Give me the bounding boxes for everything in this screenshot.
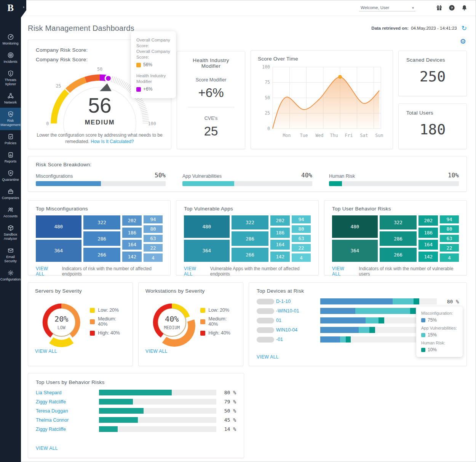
treemap-cell[interactable]: 4 [144, 253, 163, 262]
treemap-cell[interactable]: 266 [380, 248, 417, 262]
treemap-cell[interactable]: 266 [232, 248, 269, 262]
sidebar-nav: Monitoring Incidents Threats Xplorer Net… [0, 30, 21, 285]
behavior-risk-bar [99, 417, 216, 423]
user-name-link[interactable]: Lia Shepard [36, 390, 99, 395]
treemap-cell[interactable]: 286 [232, 231, 269, 246]
user-menu-dropdown[interactable]: Welcome, User ▾ [359, 4, 415, 11]
sidebar-item-sandbox-analyzer[interactable]: Sandbox Analyzer [0, 221, 21, 244]
view-all-link[interactable]: VIEW ALL [36, 446, 58, 451]
treemap-cell[interactable]: 63 [144, 235, 163, 242]
treemap-cell[interactable]: 22 [440, 244, 459, 252]
user-name-link[interactable]: Teresa Duggan [36, 408, 99, 414]
severity-legend: Low: 20%Medium: 40%High: 40% [90, 307, 126, 336]
sidebar-item-quarantine[interactable]: Quarantine [0, 167, 21, 185]
sidebar-item-label: Configuration [0, 277, 21, 282]
target-icon [7, 52, 14, 59]
bell-icon[interactable] [461, 5, 468, 11]
sidebar-item-email-security[interactable]: Email Security [0, 244, 21, 266]
treemap-cell[interactable]: 202 [270, 215, 290, 226]
treemap-cell[interactable]: 142 [270, 252, 290, 262]
device-name-link[interactable]: -01 [276, 337, 320, 342]
treemap-cell[interactable]: 142 [418, 252, 438, 262]
treemap-cell[interactable]: 4 [292, 253, 311, 262]
svg-text:Fri: Fri [345, 133, 353, 138]
device-name-link[interactable]: D-1-10 [276, 299, 320, 304]
treemap-cell[interactable]: 364 [332, 240, 378, 262]
treemap-cell[interactable]: 364 [36, 240, 81, 262]
help-icon[interactable]: ? [449, 5, 455, 11]
sidebar-item-accounts[interactable]: Accounts [0, 203, 21, 221]
data-retrieved-label: Data retrieved on: [371, 26, 409, 30]
treemap-cell[interactable]: 322 [232, 215, 269, 229]
treemap-cell[interactable]: 94 [440, 215, 459, 223]
card-title: Top Misconfigurations [36, 206, 163, 212]
treemap-cell[interactable]: 202 [418, 215, 438, 226]
treemap-cell[interactable]: 186 [122, 228, 142, 237]
treemap-cell[interactable]: 164 [418, 240, 438, 250]
treemap-cell[interactable]: 80 [144, 225, 163, 233]
legend-item-high: High: 40% [90, 330, 126, 336]
sidebar-item-label: Threats Xplorer [1, 78, 20, 86]
treemap-cell[interactable]: 480 [332, 215, 378, 238]
treemap-cell[interactable]: 202 [122, 215, 142, 226]
how-is-it-calculated-link[interactable]: How Is It Calculated? [91, 139, 134, 144]
sidebar-item-network[interactable]: Network [0, 89, 21, 108]
treemap-cell[interactable]: 63 [292, 235, 311, 242]
treemap-cell[interactable]: 164 [122, 240, 142, 250]
treemap-cell[interactable]: 80 [292, 225, 311, 233]
treemap-cell[interactable]: 142 [122, 252, 142, 262]
treemap-cell[interactable]: 80 [440, 225, 459, 233]
score-tooltip: Overall Company Score: Overall Company S… [131, 31, 176, 98]
sidebar-item-risk-management[interactable]: Risk Management [0, 108, 21, 130]
treemap-cell[interactable]: 94 [292, 215, 311, 223]
svg-text:Mon: Mon [283, 133, 291, 138]
device-name-link[interactable]: -WIN10-01 [276, 308, 320, 314]
sidebar-item-threats-xplorer[interactable]: Threats Xplorer [0, 67, 21, 89]
treemap-cell[interactable]: 322 [380, 215, 417, 229]
user-name-link[interactable]: Thelma Connor [36, 417, 99, 423]
treemap-cell[interactable]: 364 [184, 240, 230, 262]
sidebar-item-label: Companies [2, 196, 19, 200]
treemap-cell[interactable]: 480 [184, 215, 230, 238]
view-all-link[interactable]: VIEW ALL [184, 266, 204, 277]
view-all-link[interactable]: VIEW ALL [257, 354, 279, 360]
treemap-cell[interactable]: 22 [144, 244, 163, 252]
view-all-link[interactable]: VIEW ALL [35, 349, 126, 354]
user-name-link[interactable]: Ziggy Ratcliffe [36, 427, 99, 432]
treemap-cell[interactable]: 94 [144, 215, 163, 223]
stacked-risk-bar [320, 298, 437, 304]
sidebar-item-incidents[interactable]: Incidents [0, 49, 21, 67]
sidebar-item-policies[interactable]: Policies [0, 130, 21, 148]
treemap-cell[interactable]: 286 [83, 231, 121, 246]
treemap-cell[interactable]: 4 [440, 253, 459, 262]
user-name-link[interactable]: Ziggy Ratcliffe [36, 399, 99, 405]
treemap-cell[interactable]: 186 [270, 228, 290, 237]
treemap-cell[interactable]: 22 [292, 244, 311, 252]
treemap-cell[interactable]: 164 [270, 240, 290, 250]
treemap-cell[interactable]: 322 [83, 215, 121, 229]
sidebar-item-monitoring[interactable]: Monitoring [0, 30, 21, 49]
svg-text:40%: 40% [165, 314, 179, 323]
dashboard-settings-gear-icon[interactable]: ⚙ [460, 37, 466, 46]
device-name-link[interactable]: WIN10-04 [276, 327, 320, 333]
sidebar-item-companies[interactable]: Companies [0, 185, 21, 203]
chevron-right-icon: › [23, 5, 24, 9]
gift-icon[interactable] [436, 5, 442, 11]
gauge-footer: Lower the configuration score by address… [36, 132, 163, 145]
treemap-cell[interactable]: 266 [83, 248, 121, 262]
view-all-link[interactable]: VIEW ALL [145, 349, 236, 354]
brand-logo[interactable]: B [0, 0, 21, 16]
treemap-cell[interactable]: 186 [418, 228, 438, 237]
treemap-cell[interactable]: 63 [440, 235, 459, 242]
refresh-icon[interactable]: ↻ [462, 24, 467, 32]
total-users-value: 180 [406, 121, 459, 138]
device-name-link[interactable]: 01 [276, 318, 320, 323]
view-all-link[interactable]: VIEW ALL [332, 266, 353, 277]
sidebar-item-reports[interactable]: Reports [0, 148, 21, 167]
sidebar-item-configuration[interactable]: Configuration [0, 266, 21, 285]
sidebar: B Monitoring Incidents Threats Xplorer N… [0, 0, 21, 462]
treemap-cell[interactable]: 286 [380, 231, 417, 246]
view-all-link[interactable]: VIEW ALL [36, 266, 56, 277]
svg-text:?: ? [450, 6, 453, 10]
treemap-cell[interactable]: 480 [36, 215, 81, 238]
